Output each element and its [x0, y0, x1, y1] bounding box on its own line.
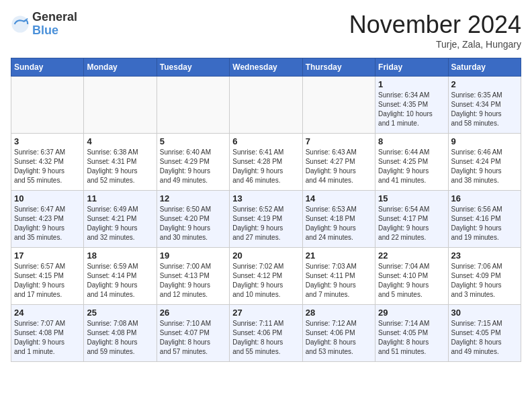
day-info: Sunrise: 6:43 AM Sunset: 4:27 PM Dayligh… [306, 148, 372, 185]
day-number: 11 [87, 193, 153, 203]
logo-icon [11, 15, 30, 34]
day-cell: 1Sunrise: 6:34 AM Sunset: 4:35 PM Daylig… [375, 77, 448, 134]
day-number: 10 [14, 193, 81, 203]
day-cell: 4Sunrise: 6:38 AM Sunset: 4:31 PM Daylig… [84, 134, 157, 191]
day-info: Sunrise: 7:03 AM Sunset: 4:11 PM Dayligh… [306, 262, 372, 300]
day-info: Sunrise: 7:11 AM Sunset: 4:06 PM Dayligh… [232, 319, 299, 357]
day-info: Sunrise: 7:06 AM Sunset: 4:09 PM Dayligh… [451, 262, 518, 300]
day-info: Sunrise: 6:34 AM Sunset: 4:35 PM Dayligh… [378, 91, 445, 128]
month-title: November 2024 [349, 11, 521, 39]
day-info: Sunrise: 7:04 AM Sunset: 4:10 PM Dayligh… [378, 262, 445, 300]
day-cell: 13Sunrise: 6:52 AM Sunset: 4:19 PM Dayli… [230, 191, 302, 248]
day-number: 5 [160, 136, 226, 146]
day-info: Sunrise: 6:57 AM Sunset: 4:15 PM Dayligh… [14, 262, 81, 300]
day-number: 24 [14, 308, 81, 318]
day-cell: 16Sunrise: 6:56 AM Sunset: 4:16 PM Dayli… [448, 191, 521, 248]
header-cell-sunday: Sunday [11, 58, 84, 77]
day-info: Sunrise: 6:53 AM Sunset: 4:18 PM Dayligh… [306, 205, 372, 242]
logo-blue: Blue [32, 24, 77, 38]
header-cell-wednesday: Wednesday [230, 58, 302, 77]
svg-point-0 [11, 15, 28, 32]
day-number: 3 [14, 136, 81, 146]
day-cell: 24Sunrise: 7:07 AM Sunset: 4:08 PM Dayli… [11, 305, 84, 362]
day-number: 27 [232, 308, 299, 318]
day-info: Sunrise: 6:41 AM Sunset: 4:28 PM Dayligh… [232, 148, 299, 185]
day-cell: 26Sunrise: 7:10 AM Sunset: 4:07 PM Dayli… [157, 305, 229, 362]
day-info: Sunrise: 6:38 AM Sunset: 4:31 PM Dayligh… [87, 148, 153, 185]
day-cell: 27Sunrise: 7:11 AM Sunset: 4:06 PM Dayli… [230, 305, 302, 362]
day-info: Sunrise: 7:02 AM Sunset: 4:12 PM Dayligh… [232, 262, 299, 300]
day-number: 20 [232, 250, 299, 261]
page-header: General Blue November 2024 Turje, Zala, … [11, 11, 521, 50]
day-info: Sunrise: 6:40 AM Sunset: 4:29 PM Dayligh… [160, 148, 226, 185]
day-info: Sunrise: 6:37 AM Sunset: 4:32 PM Dayligh… [14, 148, 81, 185]
day-cell: 3Sunrise: 6:37 AM Sunset: 4:32 PM Daylig… [11, 134, 84, 191]
day-cell: 21Sunrise: 7:03 AM Sunset: 4:11 PM Dayli… [302, 248, 375, 305]
calendar-table: SundayMondayTuesdayWednesdayThursdayFrid… [11, 58, 521, 362]
header-cell-friday: Friday [375, 58, 448, 77]
day-info: Sunrise: 7:00 AM Sunset: 4:13 PM Dayligh… [160, 262, 226, 300]
day-cell [157, 77, 229, 134]
day-info: Sunrise: 6:49 AM Sunset: 4:21 PM Dayligh… [87, 205, 153, 242]
calendar-body: 1Sunrise: 6:34 AM Sunset: 4:35 PM Daylig… [11, 77, 521, 362]
day-cell: 12Sunrise: 6:50 AM Sunset: 4:20 PM Dayli… [157, 191, 229, 248]
day-number: 29 [378, 308, 445, 318]
day-number: 26 [160, 308, 226, 318]
day-cell: 28Sunrise: 7:12 AM Sunset: 4:06 PM Dayli… [302, 305, 375, 362]
day-cell: 25Sunrise: 7:08 AM Sunset: 4:08 PM Dayli… [84, 305, 157, 362]
day-cell [84, 77, 157, 134]
day-info: Sunrise: 7:07 AM Sunset: 4:08 PM Dayligh… [14, 319, 81, 357]
day-info: Sunrise: 6:54 AM Sunset: 4:17 PM Dayligh… [378, 205, 445, 242]
day-info: Sunrise: 7:14 AM Sunset: 4:05 PM Dayligh… [378, 319, 445, 357]
logo-text: General Blue [32, 11, 77, 38]
day-info: Sunrise: 6:59 AM Sunset: 4:14 PM Dayligh… [87, 262, 153, 300]
day-number: 17 [14, 250, 81, 261]
logo: General Blue [11, 11, 77, 38]
day-cell: 14Sunrise: 6:53 AM Sunset: 4:18 PM Dayli… [302, 191, 375, 248]
day-number: 13 [232, 193, 299, 203]
day-number: 4 [87, 136, 153, 146]
week-row-0: 1Sunrise: 6:34 AM Sunset: 4:35 PM Daylig… [11, 77, 521, 134]
day-number: 25 [87, 308, 153, 318]
day-number: 1 [378, 79, 445, 89]
day-cell: 8Sunrise: 6:44 AM Sunset: 4:25 PM Daylig… [375, 134, 448, 191]
day-cell: 18Sunrise: 6:59 AM Sunset: 4:14 PM Dayli… [84, 248, 157, 305]
day-info: Sunrise: 6:56 AM Sunset: 4:16 PM Dayligh… [451, 205, 518, 242]
day-number: 15 [378, 193, 445, 203]
day-info: Sunrise: 6:52 AM Sunset: 4:19 PM Dayligh… [232, 205, 299, 242]
day-cell: 20Sunrise: 7:02 AM Sunset: 4:12 PM Dayli… [230, 248, 302, 305]
day-number: 8 [378, 136, 445, 146]
day-cell [302, 77, 375, 134]
day-number: 23 [451, 250, 518, 261]
day-number: 21 [306, 250, 372, 261]
day-info: Sunrise: 6:47 AM Sunset: 4:23 PM Dayligh… [14, 205, 81, 242]
header-row: SundayMondayTuesdayWednesdayThursdayFrid… [11, 58, 521, 77]
day-cell: 15Sunrise: 6:54 AM Sunset: 4:17 PM Dayli… [375, 191, 448, 248]
day-cell: 23Sunrise: 7:06 AM Sunset: 4:09 PM Dayli… [448, 248, 521, 305]
header-cell-tuesday: Tuesday [157, 58, 229, 77]
day-cell: 6Sunrise: 6:41 AM Sunset: 4:28 PM Daylig… [230, 134, 302, 191]
day-cell: 19Sunrise: 7:00 AM Sunset: 4:13 PM Dayli… [157, 248, 229, 305]
day-number: 14 [306, 193, 372, 203]
day-number: 7 [306, 136, 372, 146]
day-info: Sunrise: 6:44 AM Sunset: 4:25 PM Dayligh… [378, 148, 445, 185]
day-info: Sunrise: 6:35 AM Sunset: 4:34 PM Dayligh… [451, 91, 518, 128]
day-cell: 7Sunrise: 6:43 AM Sunset: 4:27 PM Daylig… [302, 134, 375, 191]
day-info: Sunrise: 7:10 AM Sunset: 4:07 PM Dayligh… [160, 319, 226, 357]
day-number: 9 [451, 136, 518, 146]
day-info: Sunrise: 6:46 AM Sunset: 4:24 PM Dayligh… [451, 148, 518, 185]
calendar-header: SundayMondayTuesdayWednesdayThursdayFrid… [11, 58, 521, 77]
day-info: Sunrise: 7:08 AM Sunset: 4:08 PM Dayligh… [87, 319, 153, 357]
day-cell: 17Sunrise: 6:57 AM Sunset: 4:15 PM Dayli… [11, 248, 84, 305]
logo-general: General [32, 11, 77, 24]
day-cell: 22Sunrise: 7:04 AM Sunset: 4:10 PM Dayli… [375, 248, 448, 305]
header-cell-saturday: Saturday [448, 58, 521, 77]
day-number: 22 [378, 250, 445, 261]
day-cell: 5Sunrise: 6:40 AM Sunset: 4:29 PM Daylig… [157, 134, 229, 191]
day-number: 12 [160, 193, 226, 203]
day-number: 6 [232, 136, 299, 146]
day-cell [230, 77, 302, 134]
title-block: November 2024 Turje, Zala, Hungary [349, 11, 521, 50]
day-cell: 30Sunrise: 7:15 AM Sunset: 4:05 PM Dayli… [448, 305, 521, 362]
day-cell: 11Sunrise: 6:49 AM Sunset: 4:21 PM Dayli… [84, 191, 157, 248]
